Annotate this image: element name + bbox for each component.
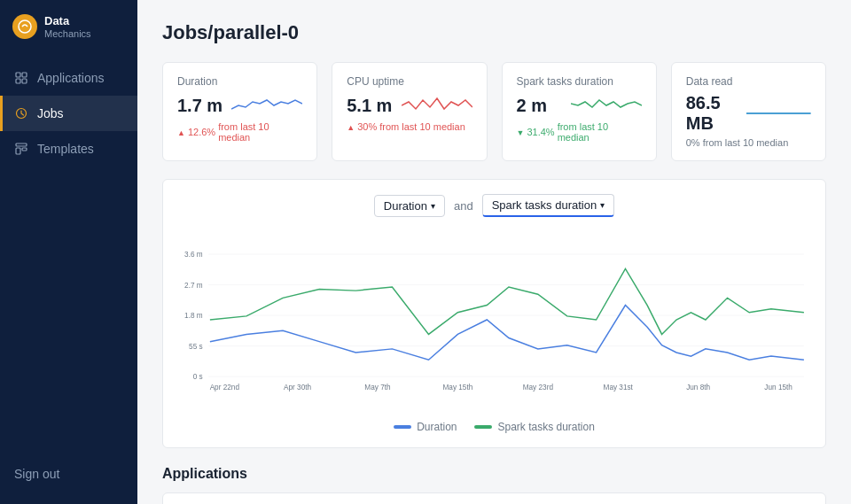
metrics-row: Duration 1.7 m 12.6% from last 10 median… [162,62,826,161]
svg-text:2.7 m: 2.7 m [184,282,203,290]
sign-out-button[interactable]: Sign out [14,458,123,490]
metric-value-row-spark: 2 m [517,93,642,118]
sidebar-item-templates[interactable]: Templates [0,131,137,167]
sparkline-duration [231,93,302,118]
svg-text:3.6 m: 3.6 m [184,251,203,259]
page-title: Jobs/parallel-0 [162,21,826,44]
change-up-icon [177,127,185,137]
sidebar-bottom: Sign out [0,444,137,504]
applications-table: Name Status Started at ↓ Duration Spark … [163,493,825,504]
metric-value-dataread: 86.5 MB [686,93,747,134]
sparkline-spark [571,93,642,118]
table-header-row: Name Status Started at ↓ Duration Spark … [163,493,825,504]
svg-rect-2 [22,73,27,77]
sidebar-nav: Applications Jobs Templates [0,53,137,444]
applications-label: Applications [37,71,105,85]
svg-text:May 15th: May 15th [442,384,472,392]
metric-value-spark: 2 m [517,96,547,116]
metric-label-dataread: Data read [686,75,811,88]
metric-card-cpu: CPU uptime 5.1 m 30% from last 10 median [332,62,487,161]
svg-rect-1 [16,73,20,77]
sidebar-item-jobs[interactable]: Jobs [0,96,137,131]
sidebar-item-applications[interactable]: Applications [0,60,137,96]
th-spark-tasks: Spark tasks [549,493,629,504]
metric-change-dataread: 0% from last 10 median [686,137,811,148]
jobs-icon [14,106,28,120]
chart-controls: Duration ▾ and Spark tasks duration ▾ [181,194,808,217]
svg-point-0 [19,20,31,33]
metric-value-row-cpu: 5.1 m [347,93,472,118]
metric-card-dataread: Data read 86.5 MB 0% from last 10 median [671,62,826,161]
applications-icon [14,71,28,85]
templates-icon [14,142,28,156]
spark-duration-dropdown[interactable]: Spark tasks duration ▾ [482,194,615,217]
metric-value-cpu: 5.1 m [347,96,392,116]
th-name: Name [163,493,318,504]
svg-rect-6 [16,143,27,146]
metric-change-duration: 12.6% from last 10 median [177,121,302,143]
chart-svg: 3.6 m 2.7 m 1.8 m 55 s 0 s Apr 22nd Apr … [181,231,808,408]
main-content: Jobs/parallel-0 Duration 1.7 m 12.6% fro… [137,0,851,504]
th-duration: Duration [481,493,549,504]
chevron-down-icon: ▾ [431,201,435,211]
jobs-label: Jobs [37,106,64,120]
th-started-at: Started at ↓ [402,493,481,504]
svg-text:Apr 30th: Apr 30th [284,384,311,392]
svg-text:May 7th: May 7th [364,384,391,392]
svg-text:55 s: 55 s [189,343,203,351]
change-up-icon-cpu [347,121,355,132]
applications-title: Applications [162,466,826,482]
metric-value-duration: 1.7 m [177,96,223,116]
th-status: Status [318,493,402,504]
metric-change-spark: 31.4% from last 10 median [517,121,642,143]
sparkline-dataread [746,101,811,126]
svg-rect-8 [22,148,27,151]
legend-spark-color [474,425,492,429]
change-down-icon-spark [517,127,525,137]
svg-rect-3 [16,79,20,83]
th-cpu: CPU [629,493,685,504]
metric-card-duration: Duration 1.7 m 12.6% from last 10 median [162,62,317,161]
th-efficiency: Efficiency [753,493,825,504]
th-io: I/O [685,493,753,504]
chart-legend: Duration Spark tasks duration [181,421,808,433]
metric-label-spark: Spark tasks duration [517,75,642,88]
svg-text:May 31st: May 31st [604,384,634,392]
duration-dropdown[interactable]: Duration ▾ [374,195,445,217]
logo-text: Data Mechanics [44,14,91,39]
svg-rect-4 [22,79,27,83]
legend-duration: Duration [394,421,457,433]
chart-svg-wrap: 3.6 m 2.7 m 1.8 m 55 s 0 s Apr 22nd Apr … [181,231,808,412]
svg-text:1.8 m: 1.8 m [184,312,203,320]
svg-text:Apr 22nd: Apr 22nd [210,384,240,392]
metric-change-cpu: 30% from last 10 median [347,121,472,132]
svg-text:Jun 8th: Jun 8th [686,384,710,392]
applications-section: Applications Name Status Started at ↓ Du… [162,466,826,504]
legend-duration-color [394,425,411,429]
svg-rect-7 [16,148,20,154]
metric-card-spark: Spark tasks duration 2 m 31.4% from last… [502,62,657,161]
logo-icon [12,14,37,39]
logo: Data Mechanics [0,0,137,53]
sparkline-cpu [402,93,472,118]
chart-and-label: and [454,199,473,213]
sidebar: Data Mechanics Applications [0,0,137,504]
svg-text:Jun 15th: Jun 15th [764,384,792,392]
legend-spark: Spark tasks duration [474,421,594,433]
svg-text:May 23rd: May 23rd [523,384,554,392]
table-container: Name Status Started at ↓ Duration Spark … [162,492,826,504]
chart-container: Duration ▾ and Spark tasks duration ▾ 3.… [162,179,826,448]
metric-label-cpu: CPU uptime [347,75,472,88]
chevron-down-icon-2: ▾ [600,200,605,210]
metric-value-row-duration: 1.7 m [177,93,302,118]
templates-label: Templates [37,142,94,156]
metric-label-duration: Duration [177,75,302,88]
metric-value-row-dataread: 86.5 MB [686,93,811,134]
svg-text:0 s: 0 s [193,373,203,381]
